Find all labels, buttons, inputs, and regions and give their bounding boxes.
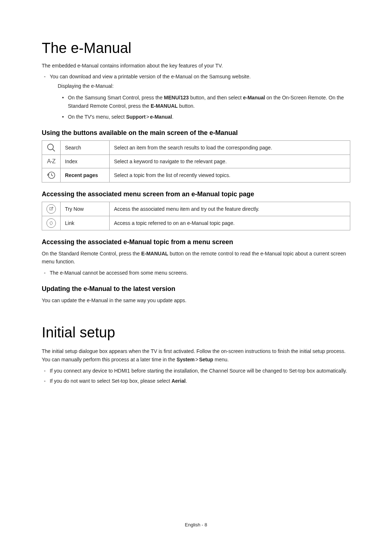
initial-setup-notes: If you connect any device to HDMI1 befor… — [42, 367, 350, 385]
history-icon — [46, 171, 56, 180]
try-now-label: Try Now — [61, 202, 110, 216]
topic-page-buttons-table: Try Now Access the associated menu item … — [42, 202, 350, 230]
subheading-updating: Updating the e-Manual to the latest vers… — [42, 285, 350, 293]
table-row: Recent pages Select a topic from the lis… — [42, 168, 350, 182]
emanual-button-text: E-MANUAL — [141, 251, 168, 256]
footer-page-number: 8 — [204, 522, 207, 527]
download-note-text: You can download and view a printable ve… — [50, 74, 251, 79]
svg-line-1 — [53, 149, 55, 151]
table-row: Search Select an item from the search re… — [42, 140, 350, 155]
page-title: The e-Manual — [42, 40, 350, 56]
intro-text: The embedded e-Manual contains informati… — [42, 63, 350, 69]
setup-menu-label: Setup — [199, 357, 213, 362]
download-note-list: You can download and view a printable ve… — [42, 73, 350, 121]
recent-desc: Select a topic from the list of recently… — [110, 168, 350, 182]
initial-setup-body: The initial setup dialogue box appears w… — [42, 347, 350, 364]
search-label: Search — [61, 140, 110, 155]
updating-body: You can update the e-Manual in the same … — [42, 296, 350, 304]
table-row: A-Z Index Select a keyword to navigate t… — [42, 155, 350, 168]
aerial-label: Aerial — [171, 378, 185, 384]
main-screen-buttons-table: Search Select an item from the search re… — [42, 140, 350, 182]
topic-from-menu-body: On the Standard Remote Control, press th… — [42, 250, 350, 266]
display-method-1: On the Samsung Smart Control, press the … — [60, 94, 350, 110]
subheading-buttons: Using the buttons available on the main … — [42, 129, 350, 137]
link-label: Link — [61, 216, 110, 230]
section-title-initial-setup: Initial setup — [42, 324, 350, 341]
download-note: You can download and view a printable ve… — [42, 73, 350, 121]
try-now-icon — [46, 204, 56, 214]
subheading-menu-screen: Accessing the associated menu screen fro… — [42, 190, 350, 198]
link-icon-cell — [42, 216, 61, 230]
search-desc: Select an item from the search results t… — [110, 140, 350, 155]
topic-note: The e-Manual cannot be accessed from som… — [42, 269, 350, 277]
menu-button-label: MENU/123 — [164, 95, 189, 100]
svg-point-0 — [48, 144, 53, 150]
emanual-label: e-Manual — [243, 95, 265, 100]
index-label: Index — [61, 155, 110, 168]
emanual-button-label: E-MANUAL — [151, 103, 178, 109]
search-icon — [46, 143, 56, 152]
subheading-topic-from-menu: Accessing the associated e-Manual topic … — [42, 238, 350, 246]
link-icon — [46, 218, 56, 228]
index-desc: Select a keyword to navigate to the rele… — [110, 155, 350, 168]
support-menu-label: Support — [126, 114, 146, 120]
page-footer: English - 8 — [0, 522, 392, 527]
link-desc: Access a topic referred to on an e-Manua… — [110, 216, 350, 230]
displaying-label: Displaying the e-Manual: — [58, 82, 350, 90]
topic-note-list: The e-Manual cannot be accessed from som… — [42, 269, 350, 277]
emanual-menu-label: e-Manual — [150, 114, 172, 120]
initial-setup-note-1: If you connect any device to HDMI1 befor… — [42, 367, 350, 375]
initial-setup-note-2: If you do not want to select Set-top box… — [42, 377, 350, 385]
try-now-icon-cell — [42, 202, 61, 216]
recent-label: Recent pages — [61, 168, 110, 182]
display-method-2: On the TV's menu, select Support > e-Man… — [60, 113, 350, 121]
table-row: Try Now Access the associated menu item … — [42, 202, 350, 216]
recent-icon-cell — [42, 168, 61, 182]
document-page: The e-Manual The embedded e-Manual conta… — [0, 0, 392, 542]
display-methods: On the Samsung Smart Control, press the … — [60, 94, 350, 121]
try-now-desc: Access the associated menu item and try … — [110, 202, 350, 216]
footer-lang: English — [185, 522, 200, 527]
system-menu-label: System — [176, 357, 195, 362]
index-icon-cell: A-Z — [42, 155, 61, 168]
svg-rect-3 — [50, 208, 52, 210]
table-row: Link Access a topic referred to on an e-… — [42, 216, 350, 230]
index-icon: A-Z — [47, 158, 56, 164]
search-icon-cell — [42, 140, 61, 155]
